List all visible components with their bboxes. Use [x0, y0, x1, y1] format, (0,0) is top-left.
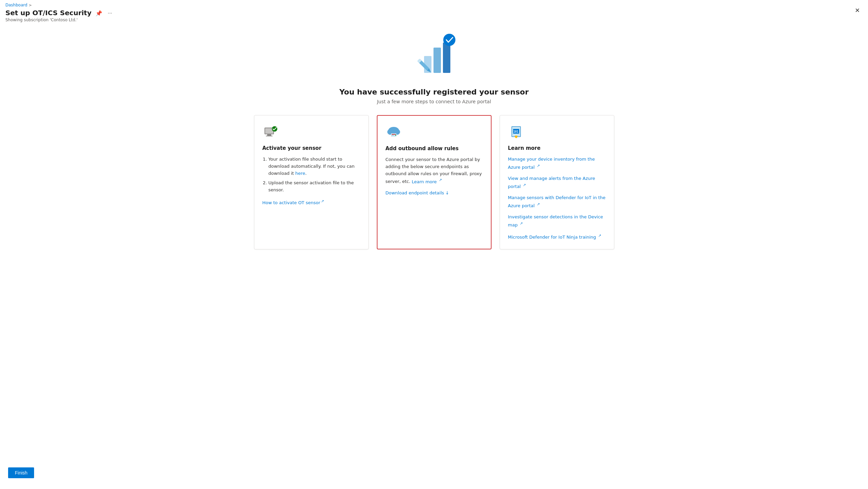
outbound-card-body: Connect your sensor to the Azure portal … [386, 156, 483, 196]
link-manage-sensors[interactable]: Manage sensors with Defender for IoT in … [508, 194, 606, 210]
activate-sensor-card: Activate your sensor Your activation fil… [254, 115, 369, 249]
finish-button[interactable]: Finish [8, 467, 34, 478]
subscription-subtitle: Showing subscription 'Contoso Ltd.' [5, 18, 114, 22]
outbound-rules-card: Add outbound allow rules Connect your se… [377, 115, 492, 249]
svg-rect-17 [392, 134, 396, 135]
link-ninja-training[interactable]: Microsoft Defender for IoT Ninja trainin… [508, 233, 606, 241]
svg-rect-1 [433, 48, 441, 73]
outbound-card-title: Add outbound allow rules [386, 145, 483, 152]
link-device-map[interactable]: Investigate sensor detections in the Dev… [508, 214, 606, 229]
svg-rect-24 [515, 136, 517, 137]
success-title: You have successfully registered your se… [339, 88, 529, 96]
svg-rect-18 [392, 135, 394, 135]
learn-more-links: Manage your device inventory from the Az… [508, 156, 606, 241]
learn-more-card-title: Learn more [508, 145, 606, 151]
breadcrumb-dashboard[interactable]: Dashboard [5, 3, 27, 7]
pin-button[interactable]: 📌 [94, 9, 104, 17]
breadcrumb: Dashboard > [5, 3, 114, 7]
svg-text:101: 101 [513, 130, 519, 133]
learn-more-icon: 101 [508, 124, 524, 140]
cards-container: Activate your sensor Your activation fil… [249, 115, 620, 249]
link-device-inventory[interactable]: Manage your device inventory from the Az… [508, 156, 606, 171]
activate-step-1: Your activation file should start to dow… [269, 156, 360, 177]
page-title: Set up OT/ICS Security [5, 9, 91, 17]
outbound-description: Connect your sensor to the Azure portal … [386, 156, 483, 186]
sensor-activate-icon [262, 124, 279, 140]
success-subtitle: Just a few more steps to connect to Azur… [377, 99, 491, 104]
more-options-button[interactable]: ··· [106, 9, 113, 17]
cloud-outbound-icon [386, 124, 402, 140]
link-manage-alerts[interactable]: View and manage alerts from the Azure po… [508, 175, 606, 190]
here-link[interactable]: here [295, 171, 305, 176]
svg-marker-25 [515, 137, 517, 138]
svg-rect-9 [267, 134, 271, 136]
header-left: Dashboard > Set up OT/ICS Security 📌 ···… [5, 3, 114, 22]
learn-more-card-body: Manage your device inventory from the Az… [508, 156, 606, 241]
svg-rect-2 [443, 43, 450, 73]
svg-rect-10 [266, 136, 273, 136]
learn-more-link[interactable]: Learn more ↗ [412, 179, 442, 184]
main-content: You have successfully registered your se… [0, 22, 868, 263]
learn-more-card: 101 Learn more Manage your device invent… [500, 115, 614, 249]
close-button[interactable]: ✕ [852, 5, 863, 16]
breadcrumb-separator: > [29, 3, 32, 7]
activate-card-body: Your activation file should start to dow… [262, 156, 360, 207]
activate-card-title: Activate your sensor [262, 145, 360, 151]
svg-point-6 [443, 34, 455, 46]
hero-image [404, 29, 465, 80]
svg-point-19 [395, 135, 396, 136]
activate-step-2: Upload the sensor activation file to the… [269, 180, 360, 194]
download-endpoint-link[interactable]: Download endpoint details ↓ [386, 190, 483, 197]
hero-illustration [404, 29, 465, 80]
top-bar: Dashboard > Set up OT/ICS Security 📌 ···… [0, 0, 868, 22]
title-row: Set up OT/ICS Security 📌 ··· [5, 9, 114, 18]
activate-ot-sensor-link[interactable]: How to activate OT sensor↗ [262, 200, 324, 205]
